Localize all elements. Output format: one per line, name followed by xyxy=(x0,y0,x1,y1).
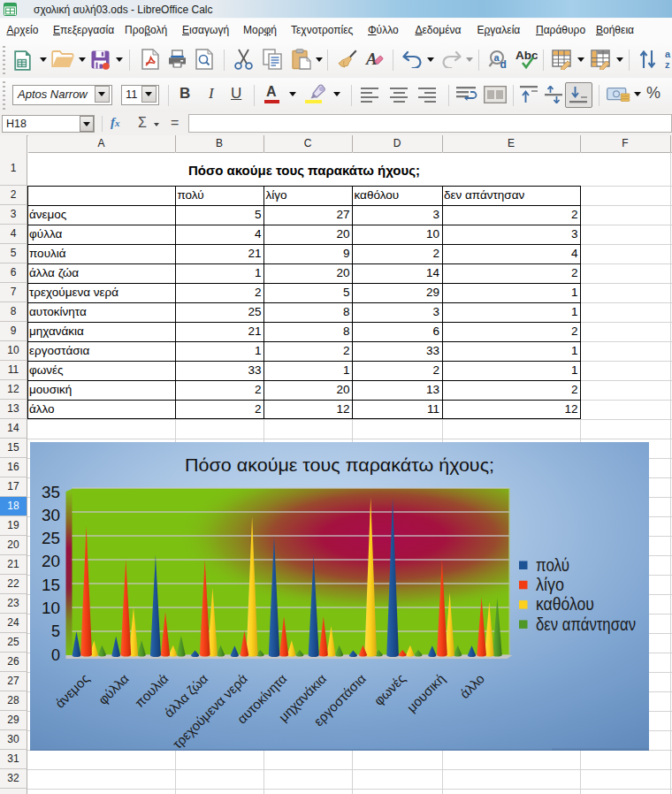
svg-text:a: a xyxy=(494,52,500,63)
svg-text:Πόσο ακούμε τους παρακάτω ήχου: Πόσο ακούμε τους παρακάτω ήχους; xyxy=(185,454,494,475)
svg-text:δεν απάντησαν: δεν απάντησαν xyxy=(536,615,636,634)
svg-text:λίγο: λίγο xyxy=(536,575,564,594)
svg-text:καθόλου: καθόλου xyxy=(536,594,594,614)
svg-text:0: 0 xyxy=(51,646,60,664)
svg-text:15: 15 xyxy=(42,576,60,594)
svg-text:Abc: Abc xyxy=(515,49,538,62)
svg-text:25: 25 xyxy=(42,530,60,547)
svg-text:35: 35 xyxy=(42,484,60,501)
svg-text:A: A xyxy=(365,50,378,68)
svg-text:πολύ: πολύ xyxy=(536,555,569,575)
svg-text:30: 30 xyxy=(42,507,60,524)
svg-text:5: 5 xyxy=(51,622,60,640)
svg-text:10: 10 xyxy=(42,599,60,617)
svg-text:z: z xyxy=(665,59,670,70)
svg-text:a: a xyxy=(665,49,671,59)
svg-text:d: d xyxy=(500,58,507,71)
svg-text:20: 20 xyxy=(42,553,60,570)
